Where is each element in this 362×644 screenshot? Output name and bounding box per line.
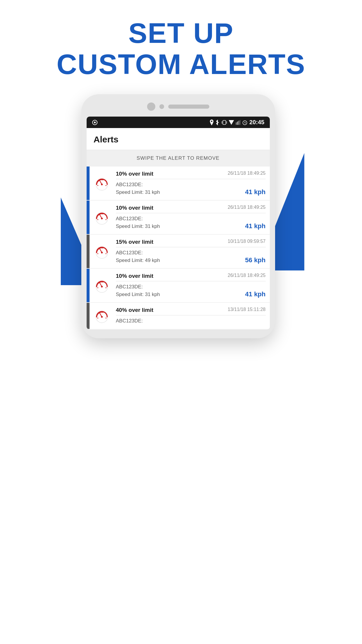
svg-point-1 — [94, 122, 96, 123]
alert-icon-area — [90, 269, 114, 302]
phone-frame: 20:45 Alerts SWIPE THE ALERT TO REMOVE 1… — [81, 94, 275, 338]
alert-top-row: 10% over limit26/11/18 18:49:25 — [116, 171, 266, 177]
status-left-icons — [92, 120, 98, 125]
alert-icon-area — [90, 303, 114, 329]
alert-bottom-row: ABC123DE:Speed Limit: 31 kph41 kph — [116, 283, 266, 298]
speedometer-icon — [94, 308, 110, 323]
phone-top-hardware — [87, 100, 270, 113]
page-title-section: SET UP CUSTOM ALERTS — [57, 18, 305, 80]
alert-bottom-row: ABC123DE:Speed Limit: 31 kph41 kph — [116, 181, 266, 196]
alert-bottom-row: ABC123DE:Speed Limit: 31 kph41 kph — [116, 215, 266, 230]
alert-divider — [116, 281, 266, 281]
alert-icon-area — [90, 235, 114, 268]
alert-timestamp: 26/11/18 18:49:25 — [228, 171, 265, 176]
alert-speed: 41 kph — [245, 222, 266, 230]
alerts-title: Alerts — [94, 134, 263, 144]
svg-line-15 — [100, 180, 102, 184]
alert-left-bar — [87, 303, 90, 329]
svg-line-30 — [100, 283, 102, 287]
phone-speaker — [168, 105, 209, 109]
alert-content: 10% over limit26/11/18 18:49:25ABC123DE:… — [114, 167, 270, 200]
alert-speed: 56 kph — [245, 256, 266, 264]
alert-title: 10% over limit — [116, 171, 154, 177]
alert-left-bar — [87, 167, 90, 200]
alert-bottom-row: ABC123DE:Speed Limit: 49 kph56 kph — [116, 249, 266, 264]
svg-rect-8 — [238, 121, 239, 125]
alert-item[interactable]: 10% over limit26/11/18 18:49:25ABC123DE:… — [87, 167, 270, 200]
alert-details: ABC123DE:Speed Limit: 31 kph — [116, 215, 160, 230]
page-title-line1: SET UP — [57, 18, 305, 49]
wifi-icon — [229, 120, 234, 125]
alert-content: 15% over limit10/11/18 09:59:57ABC123DE:… — [114, 235, 270, 268]
alert-content: 40% over limit13/11/18 15:11:28ABC123DE: — [114, 303, 270, 329]
status-time: 20:45 — [249, 119, 264, 126]
alert-details: ABC123DE:Speed Limit: 31 kph — [116, 181, 160, 196]
svg-line-20 — [100, 214, 102, 218]
alert-details: ABC123DE: — [116, 317, 143, 325]
alerts-list: 10% over limit26/11/18 18:49:25ABC123DE:… — [87, 167, 270, 329]
alarm-icon — [242, 120, 247, 125]
alert-left-bar — [87, 235, 90, 268]
location-icon — [209, 120, 214, 125]
phone-dot — [159, 104, 164, 109]
alert-top-row: 40% over limit13/11/18 15:11:28 — [116, 307, 266, 313]
alert-top-row: 10% over limit26/11/18 18:49:25 — [116, 205, 266, 211]
svg-rect-7 — [237, 122, 238, 125]
phone-camera — [147, 102, 155, 111]
svg-line-25 — [100, 248, 102, 253]
vibrate-icon — [222, 120, 227, 125]
alert-top-row: 15% over limit10/11/18 09:59:57 — [116, 239, 266, 245]
alert-top-row: 10% over limit26/11/18 18:49:25 — [116, 273, 266, 279]
alert-title: 15% over limit — [116, 239, 154, 245]
alert-timestamp: 13/11/18 15:11:28 — [228, 307, 265, 312]
speedometer-icon — [94, 244, 110, 259]
alert-divider — [116, 247, 266, 247]
svg-rect-2 — [223, 120, 226, 125]
speedometer-icon — [94, 278, 110, 293]
alert-item[interactable]: 40% over limit13/11/18 15:11:28ABC123DE: — [87, 303, 270, 329]
alert-item[interactable]: 10% over limit26/11/18 18:49:25ABC123DE:… — [87, 201, 270, 234]
alert-timestamp: 26/11/18 18:49:25 — [228, 205, 265, 210]
alert-divider — [116, 179, 266, 179]
alert-left-bar — [87, 201, 90, 234]
alert-divider — [116, 315, 266, 315]
speedometer-icon — [94, 210, 110, 225]
alert-icon-area — [90, 201, 114, 234]
bluetooth-icon — [216, 120, 220, 125]
alert-item[interactable]: 10% over limit26/11/18 18:49:25ABC123DE:… — [87, 269, 270, 302]
alert-icon-area — [90, 167, 114, 200]
page-title-line2: CUSTOM ALERTS — [57, 49, 305, 80]
app-header: Alerts — [87, 128, 270, 150]
alert-timestamp: 10/11/18 09:59:57 — [228, 239, 265, 244]
alert-speed: 41 kph — [245, 188, 266, 196]
phone-screen: 20:45 Alerts SWIPE THE ALERT TO REMOVE 1… — [87, 117, 270, 329]
swipe-hint: SWIPE THE ALERT TO REMOVE — [87, 150, 270, 167]
alert-content: 10% over limit26/11/18 18:49:25ABC123DE:… — [114, 269, 270, 302]
alert-details: ABC123DE:Speed Limit: 49 kph — [116, 249, 160, 264]
status-bar: 20:45 — [87, 117, 270, 128]
svg-line-35 — [100, 313, 102, 317]
alert-bottom-row: ABC123DE: — [116, 317, 266, 325]
svg-rect-9 — [240, 120, 241, 125]
alert-content: 10% over limit26/11/18 18:49:25ABC123DE:… — [114, 201, 270, 234]
speedometer-icon — [94, 176, 110, 191]
svg-marker-5 — [229, 120, 234, 125]
alert-timestamp: 26/11/18 18:49:25 — [228, 273, 265, 278]
alert-title: 10% over limit — [116, 205, 154, 211]
status-right-icons: 20:45 — [209, 119, 264, 126]
signal-icon — [236, 120, 240, 125]
alert-item[interactable]: 15% over limit10/11/18 09:59:57ABC123DE:… — [87, 235, 270, 268]
phone-wrapper: 20:45 Alerts SWIPE THE ALERT TO REMOVE 1… — [81, 94, 281, 338]
alert-divider — [116, 213, 266, 213]
notification-icon — [92, 120, 98, 125]
alert-title: 10% over limit — [116, 273, 154, 279]
alert-left-bar — [87, 269, 90, 302]
svg-rect-6 — [236, 122, 237, 125]
alert-details: ABC123DE:Speed Limit: 31 kph — [116, 283, 160, 298]
alert-speed: 41 kph — [245, 290, 266, 298]
alert-title: 40% over limit — [116, 307, 154, 313]
